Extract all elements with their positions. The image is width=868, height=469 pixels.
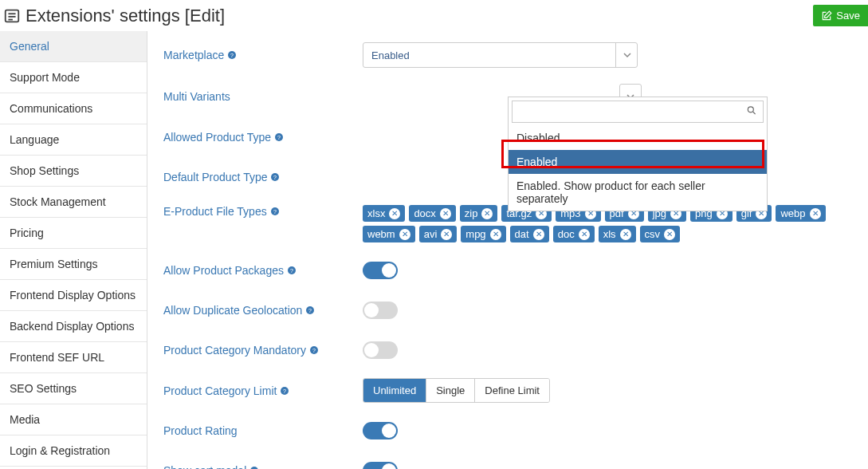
dropdown-option[interactable]: Enabled bbox=[509, 150, 767, 174]
tag-label: xlsx bbox=[367, 207, 385, 219]
product-rating-label: Product Rating bbox=[163, 424, 238, 437]
tag-label: avi bbox=[424, 228, 438, 240]
sidebar: GeneralSupport ModeCommunicationsLanguag… bbox=[0, 31, 147, 469]
remove-tag-icon[interactable]: ✕ bbox=[441, 229, 452, 240]
remove-tag-icon[interactable]: ✕ bbox=[664, 229, 675, 240]
save-button-label: Save bbox=[836, 10, 860, 22]
marketplace-select-value: Enabled bbox=[363, 42, 638, 68]
eproduct-file-types-label: E-Product File Types bbox=[163, 205, 267, 218]
product-category-mandatory-label: Product Category Mandatory bbox=[163, 344, 306, 357]
dropdown-option[interactable]: Disabled bbox=[509, 126, 767, 150]
svg-text:?: ? bbox=[312, 348, 316, 353]
allow-duplicate-geolocation-toggle[interactable] bbox=[363, 302, 398, 319]
remove-tag-icon[interactable]: ✕ bbox=[620, 229, 631, 240]
page-header: Extensions' settings [Edit] Save bbox=[0, 0, 868, 31]
sidebar-item-shop-settings[interactable]: Shop Settings bbox=[0, 156, 147, 187]
sidebar-item-general[interactable]: General bbox=[0, 31, 147, 62]
sidebar-item-language[interactable]: Language bbox=[0, 124, 147, 156]
file-type-tag: webp✕ bbox=[776, 205, 825, 222]
allowed-product-type-label: Allowed Product Type bbox=[163, 131, 271, 144]
product-category-limit-label: Product Category Limit bbox=[163, 384, 277, 397]
file-type-tag: xlsx✕ bbox=[363, 205, 405, 222]
product-category-mandatory-toggle[interactable] bbox=[363, 341, 398, 359]
sidebar-item-frontend-display-options[interactable]: Frontend Display Options bbox=[0, 280, 147, 311]
sidebar-item-backend-display-options[interactable]: Backend Display Options bbox=[0, 311, 147, 342]
marketplace-select[interactable]: Enabled bbox=[363, 42, 638, 68]
help-icon[interactable]: ? bbox=[280, 386, 289, 396]
search-icon bbox=[746, 105, 757, 119]
help-icon[interactable]: ? bbox=[270, 172, 280, 182]
svg-text:?: ? bbox=[274, 175, 277, 180]
remove-tag-icon[interactable]: ✕ bbox=[533, 229, 544, 240]
show-cart-modal-label: Show cart modal bbox=[163, 464, 246, 469]
remove-tag-icon[interactable]: ✕ bbox=[579, 229, 590, 240]
remove-tag-icon[interactable]: ✕ bbox=[440, 208, 451, 219]
show-cart-modal-toggle[interactable] bbox=[363, 462, 398, 469]
svg-line-7 bbox=[753, 112, 756, 114]
tag-label: csv bbox=[645, 228, 661, 240]
category-limit-option[interactable]: Single bbox=[426, 379, 475, 402]
product-category-limit-group: UnlimitedSingleDefine Limit bbox=[363, 378, 550, 403]
svg-text:?: ? bbox=[230, 53, 234, 58]
file-type-tag: zip✕ bbox=[460, 205, 498, 222]
svg-text:?: ? bbox=[277, 135, 281, 140]
help-icon[interactable]: ? bbox=[287, 266, 297, 275]
tag-label: zip bbox=[465, 207, 478, 219]
file-type-tag: csv✕ bbox=[640, 226, 681, 242]
dropdown-option[interactable]: Enabled. Show product for each seller se… bbox=[509, 174, 767, 211]
file-type-tag: docx✕ bbox=[409, 205, 455, 222]
sidebar-item-stock-management[interactable]: Stock Management bbox=[0, 187, 147, 218]
category-limit-option[interactable]: Unlimited bbox=[363, 379, 426, 402]
marketplace-label: Marketplace bbox=[163, 49, 224, 61]
file-type-tag: webm✕ bbox=[363, 226, 415, 242]
svg-text:?: ? bbox=[308, 308, 312, 313]
sidebar-item-communications[interactable]: Communications bbox=[0, 93, 147, 124]
svg-point-6 bbox=[748, 107, 753, 112]
file-type-tag: dat✕ bbox=[510, 226, 549, 242]
remove-tag-icon[interactable]: ✕ bbox=[389, 208, 400, 219]
multi-variants-label: Multi Variants bbox=[163, 90, 230, 103]
chevron-down-icon bbox=[615, 42, 638, 68]
sidebar-item-frontend-sef-url[interactable]: Frontend SEF URL bbox=[0, 342, 147, 373]
remove-tag-icon[interactable]: ✕ bbox=[399, 229, 410, 240]
file-type-tag: doc✕ bbox=[553, 226, 595, 242]
remove-tag-icon[interactable]: ✕ bbox=[810, 208, 821, 219]
help-icon[interactable]: ? bbox=[274, 132, 284, 142]
remove-tag-icon[interactable]: ✕ bbox=[481, 208, 493, 219]
sidebar-item-premium-settings[interactable]: Premium Settings bbox=[0, 249, 147, 280]
page-icon bbox=[3, 7, 21, 25]
svg-text:?: ? bbox=[283, 388, 286, 393]
allow-product-packages-toggle[interactable] bbox=[363, 262, 398, 279]
sidebar-item-pricing[interactable]: Pricing bbox=[0, 218, 147, 249]
page-title: Extensions' settings [Edit] bbox=[26, 6, 225, 26]
dropdown-panel: DisabledEnabledEnabled. Show product for… bbox=[508, 97, 768, 211]
tag-label: xls bbox=[603, 228, 616, 240]
sidebar-item-login-registration[interactable]: Login & Registration bbox=[0, 436, 147, 467]
sidebar-item-media[interactable]: Media bbox=[0, 404, 147, 436]
remove-tag-icon[interactable]: ✕ bbox=[490, 229, 501, 240]
default-product-type-label: Default Product Type bbox=[163, 171, 267, 183]
svg-text:?: ? bbox=[290, 268, 293, 274]
file-type-tag: mpg✕ bbox=[461, 226, 505, 242]
help-icon[interactable]: ? bbox=[270, 207, 280, 216]
sidebar-item-seo-settings[interactable]: SEO Settings bbox=[0, 373, 147, 404]
main-form: Marketplace ? Enabled DisabledEnabledEna… bbox=[147, 31, 868, 469]
tag-label: webm bbox=[367, 228, 395, 240]
tag-label: mpg bbox=[465, 228, 485, 240]
allow-duplicate-geolocation-label: Allow Duplicate Geolocation bbox=[163, 304, 302, 317]
help-icon[interactable]: ? bbox=[227, 50, 237, 60]
save-button[interactable]: Save bbox=[813, 5, 868, 26]
help-icon[interactable]: ? bbox=[305, 305, 315, 315]
dropdown-search-input[interactable] bbox=[512, 100, 764, 123]
help-icon[interactable]: ? bbox=[249, 466, 259, 469]
tag-label: docx bbox=[414, 207, 435, 219]
product-rating-toggle[interactable] bbox=[363, 422, 398, 439]
tag-label: webp bbox=[780, 207, 805, 219]
svg-text:?: ? bbox=[273, 209, 277, 215]
category-limit-option[interactable]: Define Limit bbox=[475, 379, 549, 402]
allow-product-packages-label: Allow Product Packages bbox=[163, 264, 284, 277]
file-type-tag: xls✕ bbox=[599, 226, 636, 242]
sidebar-item-support-mode[interactable]: Support Mode bbox=[0, 62, 147, 93]
help-icon[interactable]: ? bbox=[309, 345, 319, 355]
tag-label: doc bbox=[558, 228, 575, 240]
